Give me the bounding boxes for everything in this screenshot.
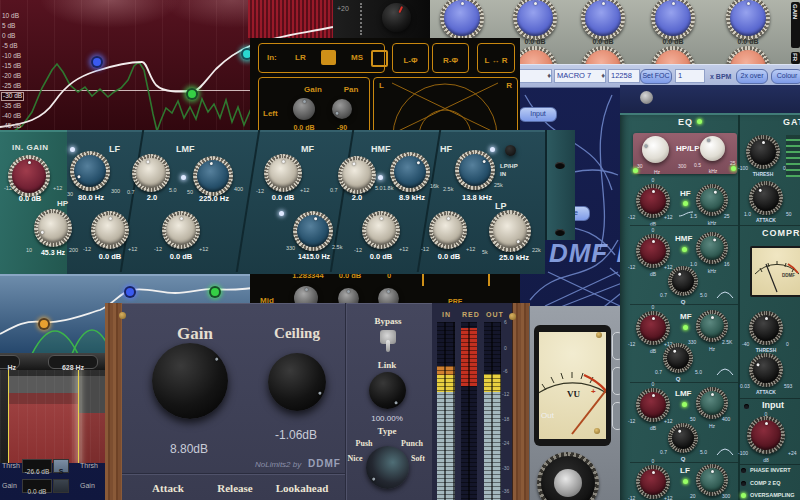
mb-node-green[interactable] bbox=[209, 286, 221, 298]
gain-knob-5[interactable] bbox=[726, 0, 770, 40]
lmf-freq-knob[interactable] bbox=[696, 387, 728, 419]
eq-node-blue[interactable] bbox=[91, 56, 103, 68]
comp2eq-label: COMP 2 EQ bbox=[750, 481, 780, 487]
hplp-label: HP/LP bbox=[676, 145, 700, 153]
set-button[interactable]: Set FOC bbox=[640, 69, 672, 84]
ms-checkbox[interactable] bbox=[371, 50, 388, 67]
oversample-button[interactable]: 2x over bbox=[736, 69, 768, 84]
scale-min: 1.0 bbox=[744, 212, 751, 217]
limiter-ceiling-knob[interactable] bbox=[268, 353, 326, 411]
input-button[interactable]: Input bbox=[519, 107, 557, 122]
comp2eq-led[interactable] bbox=[741, 481, 746, 486]
hp-knob[interactable] bbox=[642, 136, 669, 163]
hmf-gain-knob[interactable] bbox=[362, 211, 400, 249]
scale-max: +12 bbox=[199, 247, 208, 253]
scale-min: -12 bbox=[256, 189, 264, 195]
bypass-toggle[interactable] bbox=[380, 330, 396, 344]
mb-node-orange[interactable] bbox=[38, 318, 50, 330]
mf-gain-knob[interactable] bbox=[264, 154, 302, 192]
comp-attack-knob[interactable] bbox=[749, 353, 783, 387]
gain-knob-3[interactable] bbox=[581, 0, 625, 40]
scale-min: -12 bbox=[4, 186, 12, 192]
column-divider bbox=[740, 464, 800, 465]
lp-knob[interactable] bbox=[700, 136, 725, 161]
hmf-q-knob[interactable] bbox=[668, 266, 698, 296]
l-phase-button[interactable]: L-Φ bbox=[392, 43, 429, 73]
hf-freq-knob[interactable] bbox=[455, 150, 495, 190]
scale-unit: dB bbox=[650, 426, 656, 431]
lf-freq-value: 80.0 Hz bbox=[78, 194, 104, 202]
lp-knob[interactable] bbox=[489, 210, 531, 252]
in-gain-knob[interactable] bbox=[8, 155, 50, 197]
freq-readout[interactable]: 628 Hz bbox=[48, 355, 98, 369]
mb-node-blue[interactable] bbox=[124, 286, 136, 298]
trim-knob[interactable] bbox=[382, 3, 411, 32]
tab-freq[interactable]: FR bbox=[791, 52, 800, 64]
tab-gain[interactable]: GAIN bbox=[791, 2, 800, 48]
lf-freq-knob[interactable] bbox=[696, 464, 728, 496]
phase-invert-led[interactable] bbox=[741, 468, 746, 473]
freq-readout-partial[interactable]: Hz bbox=[0, 355, 20, 369]
lphp-in-button[interactable] bbox=[505, 145, 516, 156]
freq-knob-3[interactable] bbox=[651, 46, 695, 64]
gain-knob-2[interactable] bbox=[513, 0, 557, 40]
gate-thresh-knob[interactable] bbox=[746, 135, 780, 169]
gate-attack-knob[interactable] bbox=[749, 181, 783, 215]
gain-knob-1[interactable] bbox=[440, 0, 484, 40]
r-phase-button[interactable]: R-Φ bbox=[432, 43, 469, 73]
thrsh-value-box[interactable]: -26.6 dB bbox=[22, 459, 52, 473]
mf-freq-knob[interactable] bbox=[696, 310, 728, 342]
lf-freq-knob[interactable] bbox=[70, 151, 110, 191]
mf-gain-knob[interactable] bbox=[636, 311, 670, 345]
scale-max: 25 bbox=[724, 214, 730, 219]
swap-button[interactable]: L ↔ R bbox=[477, 43, 515, 73]
lmf-freq-knob[interactable] bbox=[193, 156, 233, 196]
macro-select[interactable]: MACRO 7 ♦ bbox=[554, 69, 606, 83]
lr-checkbox[interactable] bbox=[321, 50, 336, 65]
hmf-q-knob[interactable] bbox=[338, 156, 376, 194]
type-knob[interactable] bbox=[366, 446, 409, 489]
gain-value-box[interactable]: 0.0 dB bbox=[22, 479, 52, 493]
lf-gain-knob[interactable] bbox=[636, 465, 670, 499]
hf-freq-knob[interactable] bbox=[696, 184, 728, 216]
hp-knob[interactable] bbox=[34, 209, 72, 247]
comp-thresh-knob[interactable] bbox=[749, 311, 783, 345]
mf-q-knob[interactable] bbox=[663, 343, 693, 373]
lf-gain-knob[interactable] bbox=[91, 211, 129, 249]
zero-label: 0 bbox=[652, 178, 655, 183]
scale-max: 5.0 bbox=[375, 186, 383, 192]
matrix-gain-knob[interactable] bbox=[293, 98, 315, 120]
freq-knob-2[interactable] bbox=[581, 46, 625, 64]
db-label: -35 dB bbox=[2, 103, 21, 110]
input-knob[interactable] bbox=[747, 416, 785, 454]
hf-freq-value: 13.8 kHz bbox=[462, 194, 492, 202]
multiplier-field[interactable]: 1 bbox=[675, 69, 705, 83]
oversampling-led[interactable] bbox=[741, 493, 746, 498]
band-divider bbox=[630, 304, 738, 305]
eq-node-green[interactable] bbox=[186, 88, 198, 100]
hf-gain-knob[interactable] bbox=[636, 184, 670, 218]
colour-button[interactable]: Colour bbox=[771, 69, 800, 84]
hmf-gain-knob[interactable] bbox=[636, 234, 670, 268]
matrix-pan-knob[interactable] bbox=[332, 99, 352, 119]
lmf-q-knob[interactable] bbox=[132, 154, 170, 192]
lmf-gain-knob[interactable] bbox=[162, 211, 200, 249]
lmf-q-knob[interactable] bbox=[668, 423, 698, 453]
hmf-freq-knob[interactable] bbox=[390, 152, 430, 192]
wave-select[interactable]: ve ♦ bbox=[518, 69, 552, 83]
freq-knob-4[interactable] bbox=[726, 46, 770, 64]
mute-button[interactable] bbox=[53, 479, 69, 493]
solo-button[interactable]: S bbox=[53, 459, 69, 473]
link-knob[interactable] bbox=[369, 372, 406, 409]
gain-value: 0.0 dB bbox=[662, 38, 683, 45]
value-field[interactable]: 12258 bbox=[608, 69, 640, 83]
limiter-gain-knob[interactable] bbox=[152, 343, 228, 419]
hmf-freq-knob[interactable] bbox=[696, 232, 728, 264]
out-knob[interactable] bbox=[537, 452, 599, 500]
hf-gain-knob[interactable] bbox=[429, 211, 467, 249]
comp-header: COMPRESSOR bbox=[762, 229, 800, 238]
gain-knob-4[interactable] bbox=[651, 0, 695, 40]
lmf-gain-knob[interactable] bbox=[636, 388, 670, 422]
mf-freq-knob[interactable] bbox=[293, 211, 333, 251]
mf-label: MF bbox=[301, 145, 314, 154]
